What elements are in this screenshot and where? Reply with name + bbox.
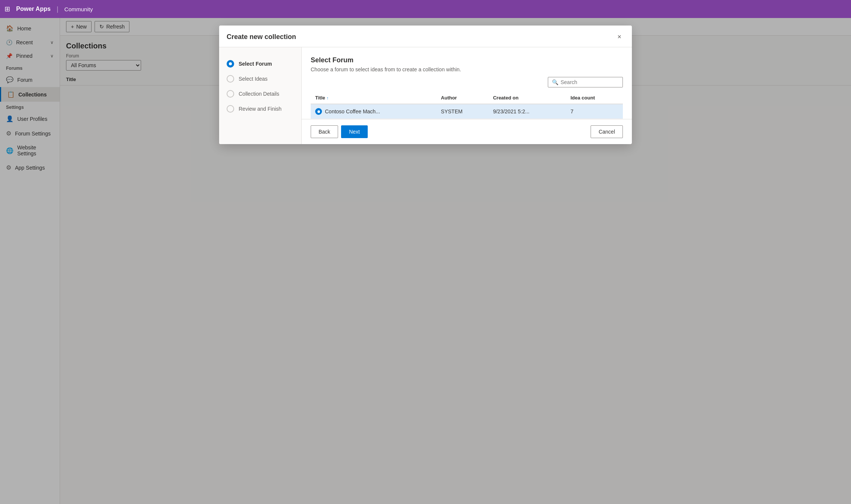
table-row[interactable]: Contoso Coffee Mach... SYSTEM 9/23/2021 …: [311, 104, 623, 119]
modal-close-button[interactable]: ×: [614, 32, 624, 42]
table-cell-created-on: 9/23/2021 5:2...: [489, 104, 566, 119]
topbar-community: Community: [65, 6, 93, 12]
modal-search-row: 🔍: [302, 77, 632, 92]
step-circle-collection-details: [227, 90, 234, 98]
search-icon: 🔍: [552, 79, 558, 85]
col-header-created-on: Created on: [489, 92, 566, 104]
col-header-title[interactable]: Title: [311, 92, 436, 104]
waffle-icon[interactable]: ⊞: [5, 5, 10, 13]
table-cell-author: SYSTEM: [436, 104, 489, 119]
modal-title: Create new collection: [227, 33, 296, 41]
search-input[interactable]: [561, 79, 619, 85]
forum-table: Title Author Created on Idea count: [311, 92, 623, 119]
col-header-idea-count: Idea count: [566, 92, 623, 104]
modal-right-description: Choose a forum to select ideas from to c…: [311, 66, 623, 72]
app-name: Power Apps: [16, 6, 51, 12]
row-radio-selected: [315, 108, 322, 115]
step-label-review-finish: Review and Finish: [239, 106, 281, 112]
create-collection-modal: Create new collection × Select Forum Sel…: [219, 26, 632, 144]
step-label-select-forum: Select Forum: [239, 61, 272, 67]
modal-body: Select Forum Select Ideas Collection Det…: [219, 47, 632, 144]
step-circle-select-ideas: [227, 75, 234, 83]
col-header-author: Author: [436, 92, 489, 104]
modal-footer: Back Next Cancel: [302, 119, 632, 144]
topbar: ⊞ Power Apps | Community: [0, 0, 851, 18]
step-review-finish[interactable]: Review and Finish: [225, 101, 295, 116]
step-select-ideas[interactable]: Select Ideas: [225, 71, 295, 86]
next-button[interactable]: Next: [341, 125, 368, 138]
step-label-collection-details: Collection Details: [239, 91, 279, 97]
step-circle-select-forum: [227, 60, 234, 68]
modal-right-panel: Select Forum Choose a forum to select id…: [302, 47, 632, 144]
step-select-forum[interactable]: Select Forum: [225, 56, 295, 71]
modal-header: Create new collection ×: [219, 26, 632, 47]
forum-table-head: Title Author Created on Idea count: [311, 92, 623, 104]
forum-table-container: Title Author Created on Idea count: [302, 92, 632, 119]
forum-row-title: Contoso Coffee Mach...: [325, 108, 380, 114]
table-cell-title: Contoso Coffee Mach...: [311, 104, 436, 119]
forum-table-header-row: Title Author Created on Idea count: [311, 92, 623, 104]
modal-right-header: Select Forum Choose a forum to select id…: [302, 47, 632, 77]
modal-search-container[interactable]: 🔍: [548, 77, 623, 87]
topbar-divider: |: [57, 5, 59, 13]
table-cell-idea-count: 7: [566, 104, 623, 119]
forum-table-body: Contoso Coffee Mach... SYSTEM 9/23/2021 …: [311, 104, 623, 119]
cancel-button[interactable]: Cancel: [591, 125, 623, 138]
modal-right-title: Select Forum: [311, 56, 623, 64]
modal-footer-left: Back Next: [311, 125, 368, 138]
step-collection-details[interactable]: Collection Details: [225, 86, 295, 101]
steps-panel: Select Forum Select Ideas Collection Det…: [219, 47, 302, 144]
step-label-select-ideas: Select Ideas: [239, 76, 268, 82]
step-circle-review-finish: [227, 105, 234, 113]
modal-backdrop: Create new collection × Select Forum Sel…: [0, 18, 851, 504]
back-button[interactable]: Back: [311, 125, 338, 138]
